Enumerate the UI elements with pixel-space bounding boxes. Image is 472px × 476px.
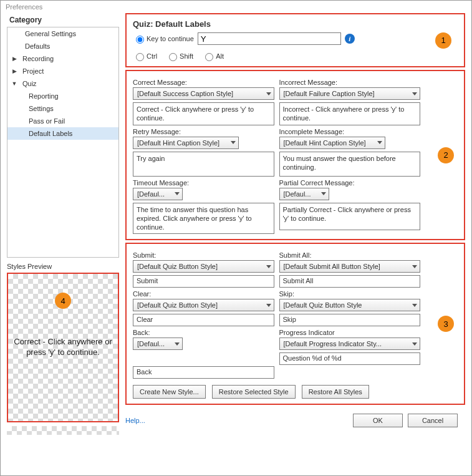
input-text: Clear bbox=[137, 316, 153, 323]
select-text: [Defaul... bbox=[284, 190, 311, 198]
restore-selected-style-button[interactable]: Restore Selected Style bbox=[212, 385, 296, 399]
timeout-style-select[interactable]: [Defaul... bbox=[133, 188, 183, 200]
chevron-down-icon bbox=[412, 304, 417, 307]
select-text: [Default Progress Indicator Sty... bbox=[284, 340, 382, 347]
create-new-style-button[interactable]: Create New Style... bbox=[133, 385, 206, 399]
submit-label: Submit: bbox=[133, 251, 274, 259]
section-buttons: Submit: [Default Quiz Button Style] Subm… bbox=[125, 243, 465, 405]
incomplete-style-select[interactable]: [Default Hint Caption Style] bbox=[279, 137, 385, 149]
radio-shift-wrap[interactable]: Shift bbox=[166, 51, 193, 61]
clear-text-input[interactable]: Clear bbox=[133, 314, 274, 326]
section-key-to-continue: Quiz: Default Labels Key to continue i C… bbox=[125, 13, 465, 67]
annotation-badge-3: 3 bbox=[438, 316, 454, 332]
chevron-down-icon bbox=[412, 265, 417, 268]
tree-label: General Settings bbox=[25, 30, 76, 37]
skip-text-input[interactable]: Skip bbox=[279, 314, 421, 326]
submitall-text-input[interactable]: Submit All bbox=[279, 275, 421, 288]
chevron-down-icon bbox=[377, 141, 382, 144]
annotation-badge-1: 1 bbox=[435, 32, 451, 49]
radio-ctrl-wrap[interactable]: Ctrl bbox=[133, 51, 157, 61]
chevron-down-icon bbox=[266, 265, 271, 268]
select-text: [Defaul... bbox=[137, 190, 165, 198]
select-text: [Default Success Caption Style] bbox=[137, 90, 233, 97]
restore-all-styles-button[interactable]: Restore All Styles bbox=[302, 385, 369, 399]
correct-text-area[interactable]: Correct - Click anywhere or press 'y' to… bbox=[133, 102, 274, 125]
incorrect-style-select[interactable]: [Default Failure Caption Style] bbox=[279, 87, 421, 100]
annotation-badge-4: 4 bbox=[55, 293, 71, 309]
select-text: [Defaul... bbox=[137, 340, 165, 347]
shift-label: Shift bbox=[180, 52, 193, 60]
partial-text-area[interactable]: Partially Correct - Click anywhere or pr… bbox=[279, 203, 421, 230]
annotation-badge-2: 2 bbox=[438, 147, 454, 163]
preview-caption-text: Correct - Click anywhere or press 'y' to… bbox=[13, 337, 113, 358]
tree-item-quiz[interactable]: ▼Quiz bbox=[7, 77, 118, 90]
submit-text-input[interactable]: Submit bbox=[133, 275, 274, 288]
tree-item-defaultlabels[interactable]: Default Labels bbox=[7, 127, 118, 140]
radio-ctrl[interactable] bbox=[136, 53, 144, 61]
tree-label: Reporting bbox=[29, 92, 59, 100]
submitall-style-select[interactable]: [Default Submit All Button Style] bbox=[279, 260, 421, 273]
incorrect-text-area[interactable]: Incorrect - Click anywhere or press 'y' … bbox=[279, 102, 421, 125]
radio-shift[interactable] bbox=[169, 53, 177, 61]
tree-label: Recording bbox=[22, 55, 54, 62]
partial-style-select[interactable]: [Defaul... bbox=[279, 188, 329, 200]
checker-footer-strip bbox=[7, 426, 119, 435]
retry-text-area[interactable]: Try again bbox=[133, 152, 274, 177]
preferences-window: Preferences Category General Settings De… bbox=[0, 0, 472, 476]
chevron-down-icon bbox=[266, 304, 271, 307]
clear-style-select[interactable]: [Default Quiz Button Style] bbox=[133, 299, 274, 311]
tree-item-defaults[interactable]: Defaults bbox=[7, 40, 118, 52]
btn-label: Restore All Styles bbox=[309, 388, 362, 396]
select-text: [Default Submit All Button Style] bbox=[284, 263, 380, 270]
help-link[interactable]: Help... bbox=[125, 417, 145, 424]
input-text: Submit All bbox=[283, 277, 314, 284]
chevron-right-icon[interactable]: ▶ bbox=[11, 56, 17, 62]
radio-alt-wrap[interactable]: Alt bbox=[202, 51, 224, 61]
key-input[interactable] bbox=[198, 32, 341, 45]
clear-label: Clear: bbox=[133, 290, 274, 298]
submit-style-select[interactable]: [Default Quiz Button Style] bbox=[133, 260, 274, 273]
tree-item-settings[interactable]: Settings bbox=[7, 102, 118, 115]
category-tree[interactable]: General Settings Defaults ▶Recording ▶Pr… bbox=[7, 27, 119, 258]
back-text-input[interactable]: Back bbox=[133, 366, 274, 379]
skip-label: Skip: bbox=[279, 290, 421, 298]
chevron-down-icon bbox=[266, 92, 271, 95]
textarea-text: Correct - Click anywhere or press 'y' to… bbox=[137, 105, 254, 122]
tree-label: Default Labels bbox=[29, 130, 72, 137]
select-text: [Default Hint Caption Style] bbox=[137, 139, 219, 147]
textarea-text: The time to answer this question has exp… bbox=[137, 206, 252, 231]
tree-label: Pass or Fail bbox=[29, 117, 65, 125]
progress-text-input[interactable]: Question %d of %d bbox=[279, 352, 421, 365]
back-style-select[interactable]: [Defaul... bbox=[133, 338, 183, 350]
ctrl-label: Ctrl bbox=[147, 52, 157, 60]
correct-style-select[interactable]: [Default Success Caption Style] bbox=[133, 87, 274, 100]
cancel-button[interactable]: Cancel bbox=[408, 414, 458, 427]
textarea-text: Partially Correct - Click anywhere or pr… bbox=[283, 206, 411, 222]
ok-button[interactable]: OK bbox=[353, 414, 403, 427]
progress-style-select[interactable]: [Default Progress Indicator Sty... bbox=[279, 338, 421, 350]
btn-label: OK bbox=[373, 417, 383, 424]
tree-item-passfail[interactable]: Pass or Fail bbox=[7, 115, 118, 127]
chevron-right-icon[interactable]: ▶ bbox=[11, 68, 17, 74]
tree-item-general[interactable]: General Settings bbox=[7, 27, 118, 40]
skip-style-select[interactable]: [Default Quiz Button Style bbox=[279, 299, 421, 311]
incomplete-label: Incomplete Message: bbox=[279, 128, 421, 135]
select-text: [Default Quiz Button Style bbox=[284, 301, 362, 309]
info-icon[interactable]: i bbox=[345, 34, 355, 44]
tree-item-recording[interactable]: ▶Recording bbox=[7, 52, 118, 65]
tree-item-reporting[interactable]: Reporting bbox=[7, 90, 118, 102]
tree-label: Defaults bbox=[25, 42, 50, 50]
radio-key-to-continue[interactable] bbox=[136, 36, 144, 44]
chevron-down-icon[interactable]: ▼ bbox=[11, 80, 17, 87]
alt-label: Alt bbox=[216, 52, 224, 60]
select-text: [Default Failure Caption Style] bbox=[284, 90, 375, 97]
timeout-text-area[interactable]: The time to answer this question has exp… bbox=[133, 203, 274, 235]
timeout-label: Timeout Message: bbox=[133, 179, 274, 187]
key-label: Key to continue bbox=[147, 35, 194, 42]
incomplete-text-area[interactable]: You must answer the question before cont… bbox=[279, 152, 421, 177]
retry-style-select[interactable]: [Default Hint Caption Style] bbox=[133, 137, 239, 149]
radio-alt[interactable] bbox=[205, 53, 213, 61]
chevron-down-icon bbox=[175, 192, 180, 195]
tree-item-project[interactable]: ▶Project bbox=[7, 65, 118, 77]
progress-label: Progress Indicator bbox=[279, 329, 421, 336]
